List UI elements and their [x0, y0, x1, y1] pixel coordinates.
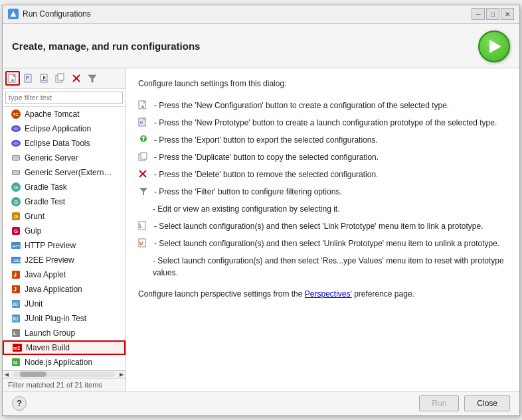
- window-icon: [8, 9, 19, 19]
- delete-button[interactable]: [69, 71, 84, 86]
- svg-text:J: J: [13, 286, 17, 293]
- grunt-icon: G: [11, 211, 21, 222]
- tree-item-nodejs[interactable]: N Node.js Application: [3, 355, 126, 370]
- close-window-button[interactable]: ✕: [501, 8, 514, 20]
- horizontal-scrollbar[interactable]: ◀ ▶: [3, 370, 126, 378]
- instr-reset-icon: [138, 255, 149, 266]
- main-body: P: [3, 68, 519, 391]
- svg-point-21: [13, 141, 19, 145]
- tree-item-apache-tomcat[interactable]: TC Apache Tomcat: [3, 107, 126, 121]
- svg-point-19: [13, 127, 19, 130]
- instruction-proto-text: - Press the 'New Prototype' button to cr…: [154, 117, 497, 129]
- svg-text:J2EE: J2EE: [13, 259, 21, 263]
- svg-text:G: G: [14, 199, 18, 205]
- header-section: Create, manage, and run configurations: [3, 24, 519, 68]
- export-button[interactable]: [37, 71, 52, 86]
- instruction-link-text: - Select launch configuration(s) and the…: [154, 220, 483, 232]
- filter-input[interactable]: [5, 92, 123, 104]
- tree-item-label: Java Application: [25, 285, 82, 294]
- tree-item-java-applet[interactable]: J Java Applet: [3, 267, 126, 282]
- instr-new-icon: [138, 100, 150, 111]
- tree-item-gulp[interactable]: G Gulp: [3, 224, 126, 238]
- perspectives-suffix: preference page.: [354, 289, 414, 299]
- new-config-button[interactable]: [5, 71, 20, 86]
- minimize-button[interactable]: ─: [472, 8, 485, 20]
- tree-item-maven-build[interactable]: m2 Maven Build: [3, 340, 126, 355]
- java-applet-icon: J: [11, 269, 21, 280]
- tree-item-generic-server-extern[interactable]: Generic Server(Extern…: [3, 165, 126, 180]
- maven-build-icon: m2: [12, 342, 23, 353]
- instruction-new-text: - Press the 'New Configuration' button t…: [154, 100, 449, 111]
- help-button[interactable]: ?: [12, 396, 27, 411]
- gradle-test-icon: G: [11, 196, 21, 207]
- svg-text:L: L: [13, 330, 17, 336]
- svg-text:P: P: [140, 121, 143, 125]
- scroll-right-arrow[interactable]: ▶: [118, 370, 126, 378]
- duplicate-button[interactable]: [53, 71, 68, 86]
- tree-item-label: Generic Server(Extern…: [25, 168, 112, 177]
- delete-icon: [71, 73, 82, 84]
- instruction-export-text: - Press the 'Export' button to export th…: [154, 134, 378, 146]
- instruction-reset: - Select launch configuration(s) and the…: [138, 255, 507, 279]
- tree-item-eclipse-application[interactable]: Eclipse Application: [3, 121, 126, 136]
- run-configurations-window: Run Configurations ─ □ ✕ Create, manage,…: [2, 5, 520, 416]
- tree-item-gradle-test[interactable]: G Gradle Test: [3, 194, 126, 209]
- instruction-edit: - Edit or view an existing configuration…: [138, 203, 507, 215]
- svg-marker-15: [88, 75, 96, 82]
- generic-server-icon: [11, 153, 21, 163]
- perspectives-text: Configure launch perspective settings fr…: [138, 288, 507, 301]
- gradle-task-icon: G: [11, 182, 21, 192]
- page-title: Create, manage, and run configurations: [12, 40, 200, 52]
- run-button[interactable]: [478, 31, 510, 62]
- tree-item-label: JUnit Plug-in Test: [25, 314, 86, 323]
- maximize-button[interactable]: □: [486, 8, 499, 20]
- junit-plugin-icon: JU: [11, 313, 21, 324]
- tree-item-eclipse-data-tools[interactable]: Eclipse Data Tools: [3, 136, 126, 151]
- tree-list[interactable]: TC Apache Tomcat Eclipse Application: [3, 107, 126, 370]
- scroll-track: [13, 372, 115, 377]
- left-panel: P: [3, 68, 126, 391]
- tree-item-grunt[interactable]: G Grunt: [3, 209, 126, 224]
- instruction-del: - Press the 'Delete' button to remove th…: [138, 169, 507, 180]
- duplicate-icon: [55, 73, 66, 84]
- svg-rect-67: [143, 138, 144, 141]
- run-action-button[interactable]: Run: [419, 395, 459, 411]
- svg-rect-25: [13, 171, 19, 175]
- scroll-thumb: [20, 372, 46, 377]
- instruction-filter-text: - Press the 'Filter' button to configure…: [154, 186, 342, 198]
- tree-item-label: Apache Tomcat: [25, 109, 80, 119]
- tree-item-label: Grunt: [25, 212, 44, 221]
- content-area: Create, manage, and run configurations: [3, 24, 519, 415]
- svg-text:P: P: [26, 76, 29, 80]
- tree-item-j2ee-preview[interactable]: J2EE J2EE Preview: [3, 253, 126, 267]
- window-controls: ─ □ ✕: [472, 8, 514, 20]
- filter-button[interactable]: [85, 71, 100, 86]
- tree-item-label: Generic Server: [25, 153, 78, 163]
- j2ee-preview-icon: J2EE: [11, 255, 21, 265]
- window-title: Run Configurations: [23, 9, 468, 19]
- scroll-left-arrow[interactable]: ◀: [3, 370, 11, 378]
- tree-item-label: Java Applet: [25, 270, 66, 279]
- new-prototype-button[interactable]: P: [21, 71, 36, 86]
- tree-item-label: Maven Build: [26, 343, 70, 352]
- tree-item-junit[interactable]: JU JUnit: [3, 297, 126, 311]
- tree-item-label: Eclipse Application: [25, 124, 91, 133]
- tree-item-label: HTTP Preview: [25, 241, 76, 250]
- tree-item-gradle-task[interactable]: G Gradle Task: [3, 180, 126, 194]
- svg-text:L: L: [139, 224, 143, 228]
- tree-item-generic-server[interactable]: Generic Server: [3, 151, 126, 165]
- tree-item-java-application[interactable]: J Java Application: [3, 282, 126, 297]
- nodejs-icon: N: [11, 357, 21, 368]
- instr-edit-icon: [138, 204, 149, 214]
- instr-unlink-icon: U: [138, 238, 150, 249]
- tree-item-label: Eclipse Data Tools: [25, 139, 90, 148]
- action-buttons: Run Close: [419, 395, 510, 411]
- perspectives-link[interactable]: Perspectives': [305, 289, 352, 299]
- tree-item-launch-group[interactable]: L Launch Group: [3, 326, 126, 340]
- instr-del-icon: [138, 169, 150, 180]
- close-button[interactable]: Close: [464, 395, 510, 411]
- tree-item-http-preview[interactable]: HTTP HTTP Preview: [3, 238, 126, 253]
- tree-item-junit-plugin[interactable]: JU JUnit Plug-in Test: [3, 311, 126, 326]
- instruction-del-text: - Press the 'Delete' button to remove th…: [154, 169, 378, 180]
- instr-dup-icon: [138, 152, 150, 163]
